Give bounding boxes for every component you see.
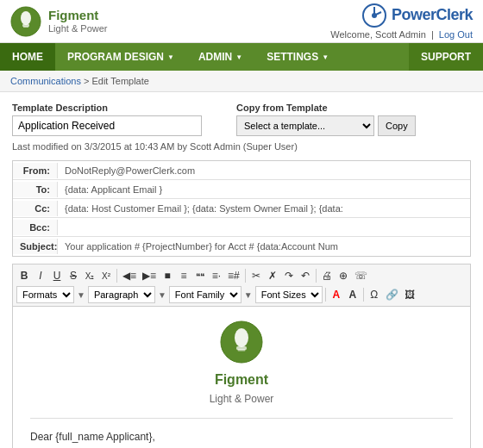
image-button[interactable]: 🖼 (402, 286, 417, 303)
svg-rect-9 (238, 349, 246, 352)
nav-settings-label: SETTINGS (267, 51, 318, 63)
editor-toolbar: B I U S X₂ X² ◀≡ ▶≡ ■ ≡ ❝❝ ≡· ≡# ✂ ✗ ↷ ↶… (12, 264, 471, 306)
undo-button[interactable]: ↶ (298, 267, 313, 284)
salutation: Dear {full_name Applicant}, (30, 429, 453, 445)
ul-button[interactable]: ≡· (209, 267, 224, 284)
toolbar-row-2: Formats ▼ Paragraph ▼ Font Family ▼ Font… (16, 286, 467, 303)
description-label: Template Description (12, 103, 202, 113)
breadcrumb-separator: > (81, 76, 92, 86)
subscript-button[interactable]: X₂ (82, 267, 97, 284)
breadcrumb-parent[interactable]: Communications (10, 76, 81, 86)
strikethrough-button[interactable]: S (66, 267, 81, 284)
bcc-value (58, 225, 470, 230)
from-label: From: (13, 163, 58, 178)
code-button[interactable]: ⊕ (336, 267, 351, 284)
breadcrumb: Communications > Edit Template (0, 71, 483, 92)
font-size-select[interactable]: Font Sizes (255, 286, 323, 303)
nav-program-design-arrow: ▼ (167, 53, 174, 61)
special-char-button[interactable]: Ω (367, 286, 382, 303)
fullscreen-button[interactable]: ☏ (352, 267, 370, 284)
nav-program-design[interactable]: PROGRAM DESIGN ▼ (55, 43, 186, 71)
from-value: DoNotReply@PowerClerk.com (58, 163, 470, 178)
logo-area: Figment Light & Power (10, 6, 107, 37)
bcc-row: Bcc: (13, 218, 470, 237)
paragraph-select[interactable]: Paragraph (88, 286, 155, 303)
redo-button[interactable]: ↷ (281, 267, 297, 284)
nav-support-label: SUPPORT (421, 51, 471, 63)
svg-point-7 (235, 328, 248, 347)
toolbar-divider-1 (116, 269, 117, 283)
outdent-button[interactable]: ◀≡ (120, 267, 139, 284)
subject-value: Your application # {ProjectNumber} for A… (58, 239, 470, 254)
copy-group: Copy from Template Select a template... … (236, 103, 416, 136)
cc-value: {data: Host Customer Email }; {data: Sys… (58, 201, 470, 216)
to-value: {data: Applicant Email } (58, 182, 470, 197)
formats-select[interactable]: Formats (16, 286, 74, 303)
nav-home-label: HOME (12, 51, 43, 63)
toolbar-divider-3 (316, 269, 317, 283)
clear-button[interactable]: ✗ (265, 267, 280, 284)
toolbar-sep-1: ▼ (75, 290, 87, 300)
header: Figment Light & Power PowerClerk Welcome… (0, 0, 483, 43)
svg-rect-3 (23, 26, 28, 28)
powerclerk-logo-icon (362, 3, 386, 28)
powerclerk-area: PowerClerk Welcome, Scott Admin | Log Ou… (330, 3, 473, 40)
nav-admin-label: ADMIN (198, 51, 232, 63)
nav-bar: HOME PROGRAM DESIGN ▼ ADMIN ▼ SETTINGS ▼… (0, 43, 483, 71)
email-logo-text: Figment Light & Power (30, 369, 453, 408)
print-button[interactable]: 🖨 (319, 267, 335, 284)
font-family-select[interactable]: Font Family (169, 286, 242, 303)
link-button[interactable]: 🔗 (383, 286, 401, 303)
bold-button[interactable]: B (16, 267, 32, 284)
cut-button[interactable]: ✂ (248, 267, 264, 284)
copy-from-select[interactable]: Select a template... (236, 115, 374, 136)
logo-icon (10, 6, 41, 37)
from-row: From: DoNotReply@PowerClerk.com (13, 161, 470, 180)
copy-button[interactable]: Copy (378, 115, 416, 136)
highlight-button[interactable]: A (345, 286, 361, 303)
powerclerk-label: PowerClerk (392, 6, 473, 24)
logout-link[interactable]: Log Out (439, 29, 473, 40)
powerclerk-brand: PowerClerk (362, 3, 473, 28)
to-row: To: {data: Applicant Email } (13, 180, 470, 199)
nav-support[interactable]: SUPPORT (409, 43, 483, 71)
underline-button[interactable]: U (49, 267, 65, 284)
breadcrumb-current: Edit Template (91, 76, 148, 86)
email-logo: Figment Light & Power (30, 320, 453, 419)
last-modified-text: Last modified on 3/3/2015 at 10:43 AM by… (12, 141, 471, 152)
toolbar-row-1: B I U S X₂ X² ◀≡ ▶≡ ■ ≡ ❝❝ ≡· ≡# ✂ ✗ ↷ ↶… (16, 267, 467, 284)
brand-name: Figment (48, 8, 107, 23)
nav-settings[interactable]: SETTINGS ▼ (254, 43, 341, 71)
subject-row: Subject: Your application # {ProjectNumb… (13, 237, 470, 256)
ol-button[interactable]: ≡# (225, 267, 242, 284)
email-logo-sub: Light & Power (30, 391, 453, 408)
nav-admin[interactable]: ADMIN ▼ (186, 43, 254, 71)
svg-point-1 (21, 11, 31, 25)
nav-home[interactable]: HOME (0, 43, 55, 71)
description-input[interactable] (12, 115, 202, 136)
font-color-button[interactable]: A (329, 286, 344, 303)
blockquote-button[interactable]: ■ (160, 267, 175, 284)
quote-button[interactable]: ❝❝ (192, 267, 208, 284)
toolbar-divider-4 (325, 288, 326, 302)
main-content: Template Description Copy from Template … (0, 92, 483, 448)
italic-button[interactable]: I (33, 267, 48, 284)
template-form-row: Template Description Copy from Template … (12, 103, 471, 136)
nav-admin-arrow: ▼ (235, 53, 242, 61)
toolbar-divider-2 (245, 269, 246, 283)
toolbar-sep-2: ▼ (156, 290, 168, 300)
logo-text: Figment Light & Power (48, 8, 107, 34)
editor-body[interactable]: Figment Light & Power Dear {full_name Ap… (12, 306, 471, 448)
to-label: To: (13, 182, 58, 197)
copy-label: Copy from Template (236, 103, 416, 113)
subject-label: Subject: (13, 239, 58, 254)
editor-inner: Figment Light & Power Dear {full_name Ap… (13, 307, 470, 448)
superscript-button[interactable]: X² (98, 267, 114, 284)
indent-button[interactable]: ▶≡ (140, 267, 159, 284)
welcome-text: Welcome, Scott Admin (330, 29, 425, 40)
email-body: Dear {full_name Applicant}, Your applica… (30, 429, 453, 448)
nav-program-design-label: PROGRAM DESIGN (67, 51, 164, 63)
description-group: Template Description (12, 103, 202, 136)
svg-point-5 (372, 13, 377, 18)
align-button[interactable]: ≡ (176, 267, 191, 284)
